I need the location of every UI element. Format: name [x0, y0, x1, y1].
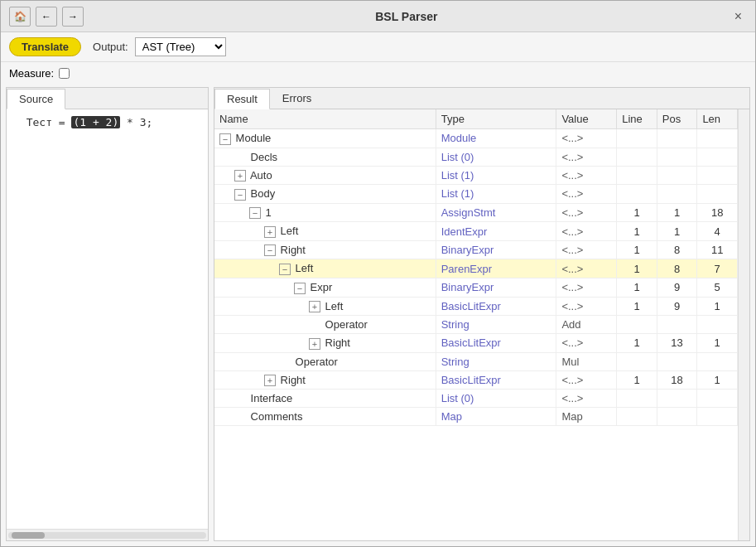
cell-type: Map — [436, 408, 556, 426]
source-panel: Source Тест = (1 + 2) * 3; — [6, 87, 209, 541]
col-header-name: Name — [214, 109, 436, 129]
cell-line: 1 — [617, 259, 657, 278]
table-row[interactable]: OperatorStringMul — [214, 352, 738, 370]
cell-type: BinaryExpr — [436, 278, 556, 297]
cell-pos — [657, 166, 697, 185]
code-line: Тест = (1 + 2) * 3; — [13, 116, 201, 128]
result-panel: Result Errors Name Type Value Line — [214, 87, 750, 541]
horizontal-scrollbar[interactable] — [7, 529, 208, 540]
cell-line: 1 — [617, 240, 657, 259]
source-tab-bar: Source — [7, 88, 208, 109]
table-row[interactable]: InterfaceList (0)<...> — [214, 390, 738, 408]
cell-name: Operator — [214, 316, 436, 334]
collapse-icon[interactable]: − — [264, 244, 276, 256]
close-button[interactable]: × — [730, 7, 747, 26]
collapse-icon[interactable]: − — [219, 133, 231, 145]
cell-line — [617, 148, 657, 166]
collapse-icon[interactable]: − — [294, 283, 306, 294]
toolbar: Translate Output: AST (Tree) AST (List) … — [1, 32, 755, 62]
collapse-icon[interactable]: − — [234, 189, 246, 201]
table-row[interactable]: OperatorStringAdd — [214, 316, 738, 334]
cell-pos — [657, 148, 697, 166]
table-row[interactable]: + LeftIdentExpr<...>114 — [214, 222, 738, 241]
cell-name: + Right — [214, 334, 436, 353]
tab-result[interactable]: Result — [214, 89, 270, 109]
cell-value: <...> — [556, 166, 617, 185]
cell-type: String — [436, 316, 556, 334]
col-header-line: Line — [617, 109, 657, 129]
table-row[interactable]: + RightBasicLitExpr<...>1181 — [214, 370, 738, 390]
cell-value: <...> — [556, 203, 617, 222]
cell-type: BasicLitExpr — [436, 370, 556, 390]
measure-checkbox[interactable] — [59, 68, 70, 79]
tab-errors[interactable]: Errors — [270, 88, 324, 109]
main-area: Source Тест = (1 + 2) * 3; Result Errors — [1, 84, 755, 546]
table-row[interactable]: − ExprBinaryExpr<...>195 — [214, 278, 738, 297]
cell-line — [617, 408, 657, 426]
table-row[interactable]: − RightBinaryExpr<...>1811 — [214, 240, 738, 259]
expand-icon[interactable]: + — [309, 301, 320, 312]
cell-len: 1 — [697, 370, 738, 390]
cell-value: <...> — [556, 278, 617, 297]
home-button[interactable]: 🏠 — [9, 7, 31, 27]
table-row[interactable]: CommentsMapMap — [214, 408, 738, 426]
output-label: Output: — [93, 41, 128, 53]
table-row[interactable]: − ModuleModule<...> — [214, 129, 738, 148]
table-row[interactable]: DeclsList (0)<...> — [214, 148, 738, 166]
col-header-type: Type — [436, 109, 556, 129]
output-select[interactable]: AST (Tree) AST (List) Tokens — [135, 37, 226, 56]
scrollbar-thumb[interactable] — [12, 532, 45, 539]
cell-pos: 13 — [657, 334, 697, 353]
back-button[interactable]: ← — [36, 7, 57, 27]
collapse-icon[interactable]: − — [279, 264, 291, 275]
forward-button[interactable]: → — [62, 7, 84, 27]
cell-name: + Auto — [214, 166, 436, 185]
table-row[interactable]: + LeftBasicLitExpr<...>191 — [214, 297, 738, 316]
cell-type: IdentExpr — [436, 222, 556, 241]
title-bar: 🏠 ← → BSL Parser × — [1, 1, 755, 32]
vertical-scrollbar[interactable] — [738, 109, 749, 540]
scrollbar-track — [8, 532, 206, 539]
cell-len: 11 — [697, 240, 738, 259]
cell-type: BinaryExpr — [436, 240, 556, 259]
cell-line — [617, 185, 657, 204]
cell-name: Operator — [214, 352, 436, 370]
cell-pos — [657, 185, 697, 204]
cell-pos — [657, 408, 697, 426]
cell-len: 1 — [697, 297, 738, 316]
col-header-value: Value — [556, 109, 617, 129]
cell-name: + Left — [214, 222, 436, 241]
cell-value: Add — [556, 316, 617, 334]
expand-icon[interactable]: + — [309, 338, 320, 350]
expand-icon[interactable]: + — [234, 170, 246, 182]
table-row[interactable]: + RightBasicLitExpr<...>1131 — [214, 334, 738, 353]
cell-len — [697, 390, 738, 408]
cell-pos: 18 — [657, 370, 697, 390]
source-editor[interactable]: Тест = (1 + 2) * 3; — [7, 109, 208, 529]
cell-type: ParenExpr — [436, 259, 556, 278]
table-row[interactable]: − LeftParenExpr<...>187 — [214, 259, 738, 278]
translate-button[interactable]: Translate — [9, 37, 81, 56]
cell-len: 18 — [697, 203, 738, 222]
cell-type: List (0) — [436, 390, 556, 408]
expand-icon[interactable]: + — [264, 226, 276, 238]
cell-pos — [657, 390, 697, 408]
cell-line — [617, 166, 657, 185]
tab-source[interactable]: Source — [7, 89, 65, 109]
cell-type: String — [436, 352, 556, 370]
result-tab-bar: Result Errors — [214, 88, 749, 109]
cell-pos — [657, 352, 697, 370]
cell-name: + Right — [214, 370, 436, 390]
window: 🏠 ← → BSL Parser × Translate Output: AST… — [0, 0, 756, 547]
cell-name: − Expr — [214, 278, 436, 297]
table-row[interactable]: + AutoList (1)<...> — [214, 166, 738, 185]
tree-table[interactable]: Name Type Value Line Pos Len − ModuleMod… — [214, 109, 738, 540]
table-row[interactable]: − 1AssignStmt<...>1118 — [214, 203, 738, 222]
cell-len — [697, 166, 738, 185]
expand-icon[interactable]: + — [264, 375, 276, 386]
collapse-icon[interactable]: − — [249, 207, 261, 219]
cell-value: <...> — [556, 129, 617, 148]
table-row[interactable]: − BodyList (1)<...> — [214, 185, 738, 204]
cell-len — [697, 352, 738, 370]
cell-line: 1 — [617, 370, 657, 390]
